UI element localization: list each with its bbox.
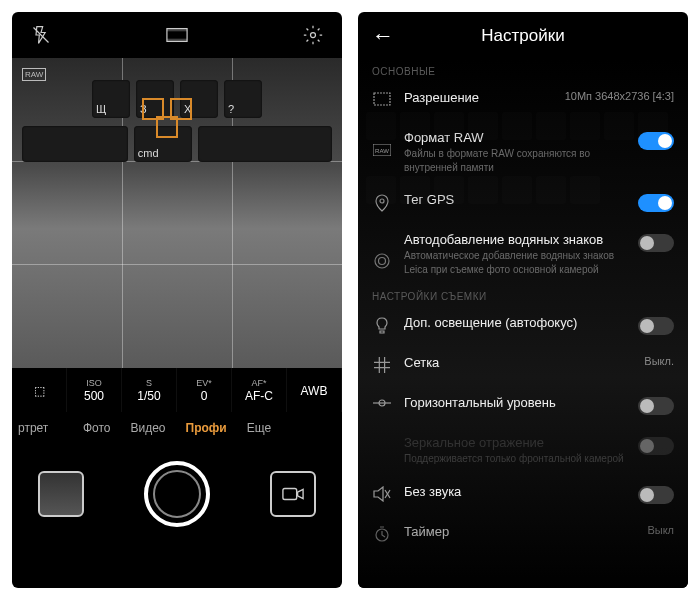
- row-raw[interactable]: RAW Формат RAW Файлы в формате RAW сохра…: [358, 121, 688, 183]
- shutter-button[interactable]: [144, 461, 210, 527]
- svg-rect-5: [283, 489, 297, 500]
- row-mute[interactable]: Без звука: [358, 475, 688, 515]
- grid-line: [12, 264, 342, 265]
- grid-icon: [372, 357, 392, 373]
- row-lighting[interactable]: Доп. освещение (автофокус): [358, 306, 688, 346]
- mute-icon: [372, 486, 392, 502]
- watermark-icon: [372, 252, 392, 270]
- row-timer[interactable]: Таймер Выкл: [358, 515, 688, 555]
- settings-header: ← Настройки: [358, 12, 688, 60]
- bulb-icon: [372, 317, 392, 335]
- svg-point-9: [380, 199, 384, 203]
- param-metering[interactable]: ⬚: [12, 368, 67, 412]
- row-mirror: Зеркальное отражение Поддерживается толь…: [358, 426, 688, 475]
- svg-text:RAW: RAW: [375, 148, 389, 154]
- section-main: ОСНОВНЫЕ: [358, 60, 688, 81]
- camera-screen: RAW Щ З Х ? cmd ⬚ ISO500 S1/50 EV*0 AF*A…: [12, 12, 342, 588]
- svg-rect-6: [374, 93, 390, 105]
- toggle-mute[interactable]: [638, 486, 674, 504]
- toggle-horizon[interactable]: [638, 397, 674, 415]
- keyboard-key: [22, 126, 128, 162]
- camera-viewfinder[interactable]: RAW Щ З Х ? cmd: [12, 58, 342, 368]
- gallery-thumbnail[interactable]: [38, 471, 84, 517]
- row-watermark[interactable]: Автодобавление водяных знаков Автоматиче…: [358, 223, 688, 285]
- film-icon[interactable]: [166, 24, 188, 46]
- param-shutter[interactable]: S1/50: [122, 368, 177, 412]
- settings-gear-icon[interactable]: [302, 24, 324, 46]
- camera-topbar: [12, 12, 342, 58]
- svg-rect-2: [167, 29, 187, 32]
- mode-more[interactable]: Еще: [247, 421, 271, 435]
- resolution-icon: [372, 92, 392, 106]
- param-wb[interactable]: AWB: [287, 368, 342, 412]
- param-af[interactable]: AF*AF-C: [232, 368, 287, 412]
- toggle-raw[interactable]: [638, 132, 674, 150]
- row-gps[interactable]: Тег GPS: [358, 183, 688, 223]
- toggle-lighting[interactable]: [638, 317, 674, 335]
- param-iso[interactable]: ISO500: [67, 368, 122, 412]
- svg-point-4: [311, 33, 316, 38]
- location-icon: [372, 194, 392, 212]
- video-switch-button[interactable]: [270, 471, 316, 517]
- mode-pro[interactable]: Профи: [186, 421, 227, 435]
- section-shooting: НАСТРОЙКИ СЪЕМКИ: [358, 285, 688, 306]
- raw-icon: RAW: [372, 144, 392, 156]
- row-resolution[interactable]: Разрешение 10Мп 3648x2736 [4:3]: [358, 81, 688, 121]
- back-arrow-icon[interactable]: ←: [372, 23, 394, 49]
- row-grid[interactable]: Сетка Выкл.: [358, 346, 688, 386]
- timer-icon: [372, 526, 392, 542]
- keyboard-key: ?: [224, 80, 262, 118]
- mode-item-cut[interactable]: ртрет: [18, 421, 48, 435]
- pro-params-bar: ⬚ ISO500 S1/50 EV*0 AF*AF-C AWB: [12, 368, 342, 412]
- toggle-gps[interactable]: [638, 194, 674, 212]
- toggle-watermark[interactable]: [638, 234, 674, 252]
- focus-indicator: [142, 98, 212, 138]
- toggle-mirror: [638, 437, 674, 455]
- shutter-row: [12, 444, 342, 544]
- svg-point-10: [375, 254, 389, 268]
- settings-screen: ← Настройки ОСНОВНЫЕ Разрешение 10Мп 364…: [358, 12, 688, 588]
- mode-selector[interactable]: ртрет Фото Видео Профи Еще: [12, 412, 342, 444]
- horizon-icon: [372, 397, 392, 409]
- svg-point-11: [379, 258, 386, 265]
- flash-off-icon[interactable]: [30, 24, 52, 46]
- mode-photo[interactable]: Фото: [83, 421, 111, 435]
- row-horizon[interactable]: Горизонтальный уровень: [358, 386, 688, 426]
- svg-rect-3: [167, 39, 187, 42]
- settings-title: Настройки: [481, 26, 564, 46]
- keyboard-key: [198, 126, 332, 162]
- keyboard-key: Щ: [92, 80, 130, 118]
- param-ev[interactable]: EV*0: [177, 368, 232, 412]
- mode-video[interactable]: Видео: [130, 421, 165, 435]
- settings-list[interactable]: ОСНОВНЫЕ Разрешение 10Мп 3648x2736 [4:3]…: [358, 60, 688, 588]
